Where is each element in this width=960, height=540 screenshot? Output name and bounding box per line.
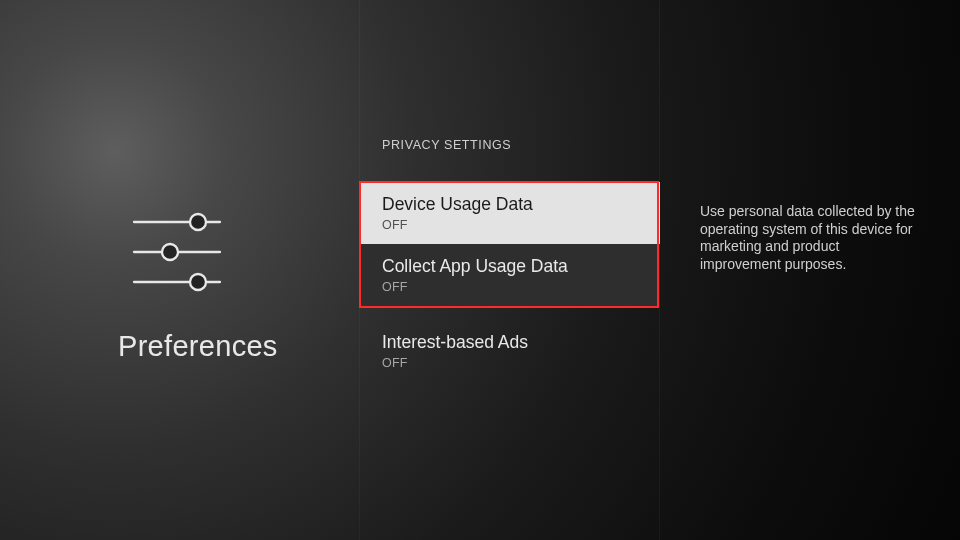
option-label: Collect App Usage Data	[382, 256, 638, 276]
option-label: Interest-based Ads	[382, 332, 638, 352]
option-label: Device Usage Data	[382, 194, 638, 214]
left-pane: Preferences	[0, 0, 360, 540]
svg-point-3	[162, 244, 178, 260]
option-value: OFF	[382, 280, 638, 294]
svg-point-1	[190, 214, 206, 230]
option-description: Use personal data collected by the opera…	[700, 203, 920, 273]
option-value: OFF	[382, 218, 638, 232]
right-pane: Use personal data collected by the opera…	[660, 0, 960, 540]
sliders-icon	[130, 200, 224, 292]
option-interest-based-ads[interactable]: Interest-based Ads OFF	[360, 320, 660, 382]
svg-point-5	[190, 274, 206, 290]
page-title: Preferences	[118, 330, 278, 363]
options-list: Device Usage Data OFF Collect App Usage …	[360, 182, 660, 382]
section-heading: PRIVACY SETTINGS	[382, 138, 511, 152]
option-device-usage-data[interactable]: Device Usage Data OFF	[360, 182, 660, 244]
option-value: OFF	[382, 356, 638, 370]
settings-screen: Preferences PRIVACY SETTINGS Device Usag…	[0, 0, 960, 540]
center-pane: PRIVACY SETTINGS Device Usage Data OFF C…	[360, 0, 660, 540]
option-collect-app-usage-data[interactable]: Collect App Usage Data OFF	[360, 244, 660, 306]
